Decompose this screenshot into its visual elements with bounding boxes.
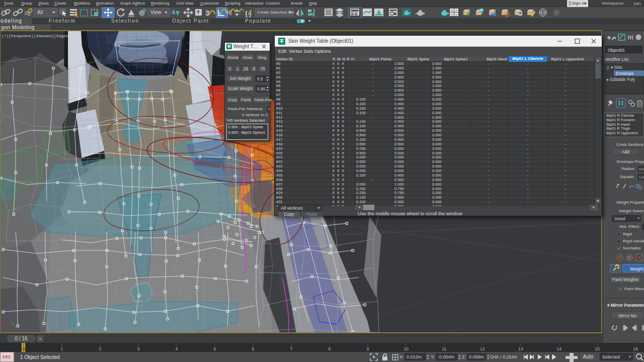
svg-text:3: 3 — [205, 9, 209, 17]
svg-text:13: 13 — [518, 346, 523, 351]
svg-text:7: 7 — [290, 346, 292, 351]
svg-text:6: 6 — [252, 346, 254, 351]
svg-text:5: 5 — [213, 346, 216, 351]
svg-text:View: View — [150, 10, 162, 15]
svg-text:x: x — [3, 321, 5, 325]
svg-text:14: 14 — [556, 346, 561, 351]
svg-text:%: % — [225, 9, 231, 17]
svg-text:11: 11 — [442, 346, 446, 351]
svg-text:9: 9 — [366, 346, 369, 351]
svg-text:12: 12 — [480, 346, 485, 351]
svg-text:All: All — [37, 10, 43, 15]
svg-text:4: 4 — [175, 346, 178, 351]
svg-text:8: 8 — [328, 346, 331, 351]
svg-text:Create Selection Set: Create Selection Set — [257, 10, 294, 15]
svg-text:1: 1 — [60, 346, 63, 351]
svg-text:10: 10 — [404, 346, 409, 351]
svg-text:0: 0 — [22, 346, 25, 351]
svg-text:2: 2 — [99, 346, 101, 351]
svg-text:16: 16 — [633, 346, 638, 351]
svg-text:15: 15 — [595, 346, 600, 351]
svg-text:3: 3 — [137, 346, 139, 351]
